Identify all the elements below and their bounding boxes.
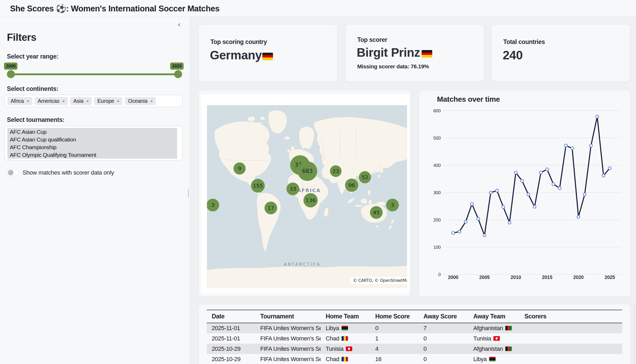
- year-range-end-badge: 2025: [170, 63, 184, 70]
- cell-away-score: 0: [418, 344, 468, 354]
- column-header-scorers: Scorers: [519, 310, 622, 323]
- afghanistan-flag-icon: [505, 347, 512, 351]
- tournament-option[interactable]: AFC Asian Cup qualification: [7, 136, 177, 143]
- cell-home-score: 4: [370, 344, 418, 354]
- cell-home-team: Libya: [321, 323, 370, 333]
- map-cluster-australia[interactable]: 45: [370, 206, 383, 219]
- continent-tag-label: Oceania: [128, 98, 147, 104]
- page-title: She Scores ⚽: Women's International Socc…: [10, 4, 219, 14]
- map-cluster-pacific-west[interactable]: 3: [207, 199, 219, 211]
- cell-away-score: 0: [418, 333, 468, 344]
- tournaments-listbox[interactable]: AFC Asian CupAFC Asian Cup qualification…: [5, 126, 183, 161]
- remove-tag-icon[interactable]: ×: [27, 99, 29, 103]
- chad-flag-icon: [342, 357, 348, 361]
- metric-label: Total countries: [503, 38, 545, 46]
- map-cluster-central-asia[interactable]: 23: [330, 165, 342, 177]
- year-range-slider-track[interactable]: [7, 73, 179, 75]
- cell-home-team: Chad: [321, 354, 370, 364]
- cell-away-team: Afghanistan: [468, 344, 519, 354]
- svg-text:0: 0: [438, 272, 441, 277]
- cell-date: 2025-11-01: [207, 333, 255, 344]
- metric-card-total-countries: Total countries 240: [491, 24, 630, 82]
- remove-tag-icon[interactable]: ×: [117, 99, 120, 103]
- column-header-home-score: Home Score: [370, 310, 418, 323]
- svg-text:100: 100: [433, 245, 441, 250]
- sidebar-collapse-chevron-left-icon[interactable]: ‹: [175, 20, 184, 29]
- map-attribution[interactable]: © CARTO, © OpenStreetMap contrib: [350, 277, 407, 284]
- map-cluster-europe[interactable]: 683: [298, 161, 317, 181]
- tournament-option[interactable]: AFC Championship: [7, 143, 177, 151]
- matches-table: DateTournamentHome TeamHome ScoreAway Sc…: [207, 310, 622, 364]
- table-row: 2025-11-01FIFA Unites Women's SeriesLiby…: [207, 323, 622, 333]
- cell-home-team: Chad: [321, 333, 370, 344]
- app-header: She Scores ⚽: Women's International Socc…: [0, 0, 636, 17]
- svg-text:2015: 2015: [542, 275, 552, 280]
- cell-tournament: FIFA Unites Women's Series: [255, 354, 321, 364]
- map-cluster-east-asia[interactable]: 52: [359, 171, 371, 183]
- year-range-slider-handle-max[interactable]: [174, 70, 182, 78]
- table-header-row: DateTournamentHome TeamHome ScoreAway Sc…: [207, 310, 622, 323]
- world-map[interactable]: AFRICA ANTARCTICA 9155173333683331362396…: [207, 105, 407, 288]
- svg-text:500: 500: [433, 136, 441, 141]
- remove-tag-icon[interactable]: ×: [62, 99, 65, 103]
- continents-multiselect[interactable]: Africa×Americas×Asia×Europe×Oceania×: [5, 95, 183, 107]
- scorer-data-toggle[interactable]: [7, 169, 19, 176]
- continent-tag-oceania[interactable]: Oceania×: [125, 97, 156, 105]
- table-row: 2025-11-01FIFA Unites Women's SeriesChad…: [207, 333, 622, 344]
- cell-away-team: Tunisia: [468, 333, 519, 344]
- continent-tag-asia[interactable]: Asia×: [70, 97, 92, 105]
- remove-tag-icon[interactable]: ×: [150, 99, 153, 103]
- germany-flag-icon: [262, 53, 273, 60]
- tournament-option[interactable]: AFC Asian Cup: [7, 128, 177, 136]
- remove-tag-icon[interactable]: ×: [86, 99, 89, 103]
- germany-flag-icon: [422, 50, 432, 57]
- scorer-toggle-label: Show matches with scorer data only: [23, 169, 114, 176]
- column-header-home-team: Home Team: [321, 310, 370, 323]
- tunisia-flag-icon: [346, 347, 352, 351]
- tunisia-flag-icon: [493, 336, 500, 341]
- cell-tournament: FIFA Unites Women's Series: [255, 344, 321, 354]
- map-cluster-central-america[interactable]: 155: [251, 179, 265, 193]
- metric-card-top-scorer: Top scorer Birgit Prinz Missing scorer d…: [345, 24, 484, 82]
- africa-map-label: AFRICA: [297, 188, 321, 193]
- page-scrollbar-thumb[interactable]: [634, 305, 635, 364]
- svg-text:300: 300: [433, 190, 441, 195]
- map-cluster-central-africa[interactable]: 136: [303, 193, 318, 207]
- svg-text:2020: 2020: [573, 275, 584, 280]
- toggle-knob: [8, 170, 14, 175]
- cell-scorers: [519, 333, 622, 344]
- year-range-label: Select year range:: [7, 53, 59, 60]
- continent-tag-europe[interactable]: Europe×: [94, 97, 122, 105]
- map-cluster-north-america-west[interactable]: 9: [233, 162, 246, 175]
- svg-text:200: 200: [433, 217, 441, 223]
- table-row: 2025-10-29FIFA Unites Women's SeriesTuni…: [207, 344, 622, 354]
- metric-value: 240: [503, 48, 523, 62]
- svg-text:400: 400: [433, 163, 441, 168]
- map-cluster-southeast-asia[interactable]: 96: [345, 179, 358, 192]
- svg-text:2010: 2010: [511, 275, 521, 280]
- map-cluster-south-america[interactable]: 17: [264, 202, 277, 214]
- svg-text:2025: 2025: [604, 275, 615, 280]
- metric-value: Birgit Prinz: [357, 45, 432, 60]
- cell-scorers: [519, 344, 622, 354]
- year-range-slider-handle-min[interactable]: [7, 70, 15, 78]
- chad-flag-icon: [342, 336, 348, 341]
- continent-tag-americas[interactable]: Americas×: [35, 97, 68, 105]
- cell-scorers: [519, 323, 622, 333]
- cell-scorers: [519, 354, 622, 364]
- continent-tag-label: Americas: [38, 98, 60, 104]
- tournament-option[interactable]: AFC Olympic Qualifying Tournament: [7, 151, 177, 159]
- antarctica-map-label: ANTARCTICA: [284, 262, 321, 267]
- map-cluster-pacific-east[interactable]: 3: [386, 199, 399, 211]
- sidebar-scrollbar-thumb[interactable]: [188, 189, 189, 198]
- filters-heading: Filters: [7, 32, 36, 43]
- svg-text:2000: 2000: [448, 275, 458, 280]
- cell-away-team: Afghanistan: [468, 323, 519, 333]
- matches-line-chart[interactable]: 0100200300400500600200020052010201520202…: [419, 90, 631, 292]
- libya-flag-icon: [342, 326, 348, 330]
- matches-over-time-card: Matches over time 0100200300400500600200…: [419, 90, 631, 297]
- map-cluster-west-africa[interactable]: 33: [286, 183, 299, 195]
- svg-text:600: 600: [433, 108, 441, 113]
- column-header-date: Date: [207, 310, 255, 323]
- continent-tag-africa[interactable]: Africa×: [7, 97, 32, 105]
